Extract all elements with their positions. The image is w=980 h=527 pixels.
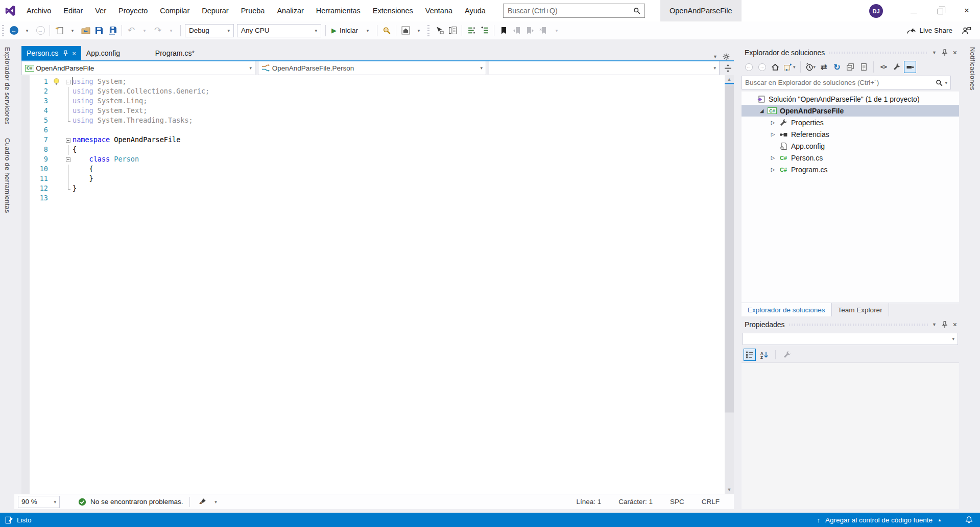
save-all-button[interactable]: [106, 24, 119, 38]
scroll-up-icon[interactable]: ▲: [727, 75, 732, 83]
code-line-9[interactable]: 9 class Person: [30, 155, 725, 165]
navigate-back-caret[interactable]: ▾: [20, 24, 34, 38]
expander-expanded-icon[interactable]: ◢: [757, 108, 767, 113]
start-caret[interactable]: ▾: [361, 24, 374, 38]
code-line-7[interactable]: 7namespace OpenAndParseFile: [30, 135, 725, 145]
next-bookmark-button[interactable]: [523, 24, 537, 38]
tree-item-referencias[interactable]: ▷Referencias: [742, 128, 959, 140]
platform-dropdown[interactable]: Any CPU▾: [237, 24, 321, 37]
code-cleanup-button[interactable]: [196, 495, 209, 509]
tree-item-openandparsefile[interactable]: ◢C#OpenAndParseFile: [742, 105, 959, 117]
code-editor[interactable]: 1using System;2using System.Collections.…: [21, 75, 734, 494]
fold-collapse-icon[interactable]: [64, 155, 73, 165]
code-line-11[interactable]: 11 }: [30, 174, 725, 184]
alphabetical-sort-button[interactable]: AZ: [758, 349, 770, 361]
pin-icon[interactable]: [942, 321, 948, 329]
sync-with-active-document-button[interactable]: ⇄: [818, 61, 830, 73]
search-options-chevron-icon[interactable]: ▾: [945, 80, 947, 85]
panel-menu-chevron-icon[interactable]: ▼: [932, 322, 937, 327]
line-ending-indicator[interactable]: CRLF: [702, 498, 720, 506]
avatar[interactable]: DJ: [869, 4, 883, 18]
solution-search-box[interactable]: ▾: [742, 76, 951, 89]
refresh-button[interactable]: ↻: [831, 61, 843, 73]
window-overflow-caret[interactable]: ▾: [412, 24, 425, 38]
lightbulb-icon[interactable]: [53, 77, 64, 87]
solution-explorer-header[interactable]: Explorador de soluciones ▼ ×: [742, 46, 959, 59]
decrease-indent-button[interactable]: [465, 24, 478, 38]
properties-pages-button[interactable]: [857, 61, 870, 73]
redo-caret[interactable]: ▾: [164, 24, 178, 38]
panel-tab-team-explorer[interactable]: Team Explorer: [832, 303, 889, 316]
menu-proyecto[interactable]: Proyecto: [112, 0, 154, 21]
new-project-caret[interactable]: ▾: [66, 24, 79, 38]
menu-analizar[interactable]: Analizar: [271, 0, 309, 21]
member-dropdown[interactable]: ▾: [489, 61, 720, 75]
panel-close-icon[interactable]: ×: [953, 49, 957, 57]
scroll-down-icon[interactable]: ▼: [727, 486, 732, 494]
previous-bookmark-button[interactable]: [510, 24, 523, 38]
code-line-1[interactable]: 1using System;: [30, 77, 725, 87]
document-outline-button[interactable]: [446, 24, 459, 38]
panel-menu-chevron-icon[interactable]: ▼: [932, 50, 937, 55]
solution-explorer-shortcut-button[interactable]: [399, 24, 412, 38]
expander-collapsed-icon[interactable]: ▷: [768, 131, 778, 137]
code-line-10[interactable]: 10 {: [30, 165, 725, 174]
menu-ver[interactable]: Ver: [89, 0, 112, 21]
expander-collapsed-icon[interactable]: ▷: [768, 167, 778, 172]
debug-target-dropdown[interactable]: Debug▾: [185, 24, 234, 37]
collapse-all-button[interactable]: [844, 61, 856, 73]
code-line-2[interactable]: 2using System.Collections.Generic;: [30, 87, 725, 97]
add-to-source-control-button[interactable]: Agregar al control de código fuente: [825, 516, 933, 524]
panel-close-icon[interactable]: ×: [953, 320, 957, 329]
expander-collapsed-icon[interactable]: ▷: [768, 120, 778, 125]
properties-object-dropdown[interactable]: ▾: [743, 333, 958, 345]
code-cleanup-caret[interactable]: ▾: [209, 495, 223, 509]
editor-vertical-scrollbar[interactable]: ▲ ▼: [725, 75, 734, 494]
breakpoint-margin[interactable]: [21, 75, 30, 494]
code-line-13[interactable]: 13: [30, 194, 725, 203]
pin-icon[interactable]: [942, 49, 948, 57]
tab-options-gear-icon[interactable]: [723, 53, 730, 60]
start-debug-button[interactable]: ▶ Iniciar: [328, 24, 361, 38]
fold-collapse-icon[interactable]: [64, 135, 73, 145]
open-file-button[interactable]: [79, 24, 92, 38]
redo-button[interactable]: ↷: [151, 24, 164, 38]
clear-bookmarks-button[interactable]: [537, 24, 550, 38]
pending-changes-filter-button[interactable]: ▾: [804, 61, 817, 73]
toolbox-rail-tab[interactable]: Cuadro de herramientas: [4, 138, 11, 213]
tab-app-config[interactable]: App.config: [81, 46, 150, 60]
bookmark-overflow-caret[interactable]: ▾: [550, 24, 563, 38]
type-dropdown[interactable]: OpenAndParseFile.Person▾: [258, 61, 486, 75]
menu-ayuda[interactable]: Ayuda: [459, 0, 492, 21]
minimize-button[interactable]: [900, 0, 927, 21]
properties-button[interactable]: [891, 61, 903, 73]
menu-archivo[interactable]: Archivo: [20, 0, 57, 21]
se-back-button[interactable]: ←: [743, 61, 755, 73]
quick-search-input[interactable]: [508, 7, 633, 15]
code-line-6[interactable]: 6: [30, 126, 725, 135]
tab-close-icon[interactable]: ×: [72, 50, 76, 57]
goto-definition-button[interactable]: [433, 24, 446, 38]
tab-pin-icon[interactable]: [63, 50, 68, 57]
notifications-bell-icon[interactable]: [965, 516, 973, 524]
expander-collapsed-icon[interactable]: ▷: [768, 155, 778, 161]
save-button[interactable]: [92, 24, 106, 38]
undo-caret[interactable]: ▾: [138, 24, 151, 38]
toggle-bookmark-button[interactable]: [497, 24, 510, 38]
tab-program-cs[interactable]: Program.cs*: [150, 46, 219, 60]
tree-item-app-config[interactable]: App.config: [742, 140, 959, 152]
code-line-12[interactable]: 12}: [30, 184, 725, 194]
tree-item-program-cs[interactable]: ▷C#Program.cs: [742, 164, 959, 175]
feedback-button[interactable]: [960, 24, 973, 38]
code-line-3[interactable]: 3using System.Linq;: [30, 97, 725, 106]
menu-prueba[interactable]: Prueba: [235, 0, 271, 21]
tree-item-soluci-n-openandparsefile-1-de-1-proyecto[interactable]: Solución "OpenAndParseFile" (1 de 1 proy…: [742, 93, 959, 105]
restore-button[interactable]: [927, 0, 953, 21]
menu-herramientas[interactable]: Herramientas: [310, 0, 367, 21]
code-line-5[interactable]: 5using System.Threading.Tasks;: [30, 116, 725, 126]
property-pages-button[interactable]: [781, 349, 793, 361]
menu-editar[interactable]: Editar: [57, 0, 89, 21]
se-home-button[interactable]: [769, 61, 781, 73]
close-button[interactable]: ×: [953, 0, 980, 21]
split-editor-icon[interactable]: [724, 64, 732, 72]
